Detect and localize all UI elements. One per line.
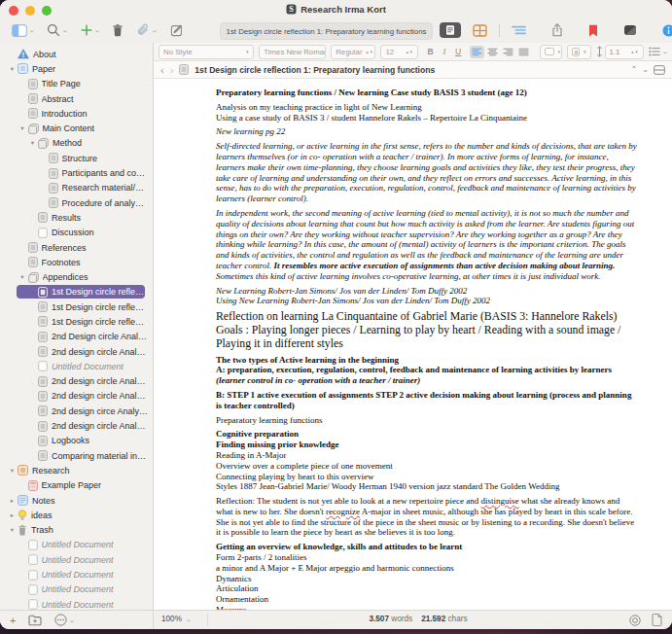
line-spacing-control[interactable]: 1.1▲▼: [596, 45, 644, 59]
sidebar-item[interactable]: 1st Design circle refle…: [0, 314, 153, 329]
disclosure-down-icon[interactable]: ▾: [7, 526, 18, 534]
outliner-button[interactable]: [512, 24, 526, 36]
sidebar-item[interactable]: Untitled Document: [0, 597, 153, 611]
sidebar-item[interactable]: Abstract: [0, 91, 153, 106]
disclosure-down-icon[interactable]: ▾: [7, 467, 18, 475]
sidebar-item[interactable]: Research material/…: [0, 181, 153, 195]
doc-icon: [49, 183, 58, 194]
text-color-select[interactable]: ▼: [540, 45, 562, 59]
sidebar-item[interactable]: ▾Method: [0, 136, 153, 151]
document-path-pill[interactable]: 1st Design circle reflection 1: Preparat…: [220, 22, 433, 40]
align-justify-button[interactable]: [516, 46, 531, 58]
sidebar-item[interactable]: Untitled Document: [0, 567, 153, 581]
sidebar-item[interactable]: Procedure of analy…: [0, 195, 153, 210]
next-document-button[interactable]: ⌄: [642, 65, 649, 74]
list-button[interactable]: ⌄: [649, 47, 667, 56]
sidebar-item[interactable]: Title Page: [0, 77, 153, 91]
sidebar-item[interactable]: References: [0, 240, 153, 255]
quick-reference-button[interactable]: [623, 24, 637, 36]
sidebar-item[interactable]: ▸Notes: [0, 493, 153, 508]
disclosure-down-icon[interactable]: ▾: [27, 139, 38, 147]
sidebar-item[interactable]: Footnotes: [0, 255, 153, 269]
alignment-group: [470, 46, 531, 58]
sidebar-item[interactable]: Participants and co…: [0, 165, 153, 180]
share-button[interactable]: [551, 23, 563, 37]
more-options-button[interactable]: ⌄: [54, 614, 74, 626]
back-button[interactable]: ‹: [160, 65, 164, 75]
text-run: Cognitive preparation: [216, 429, 299, 439]
disclosure-right-icon[interactable]: ▸: [7, 511, 18, 519]
sidebar-item[interactable]: 2nd design circe Analy…: [0, 404, 153, 418]
align-center-button[interactable]: [485, 46, 500, 58]
sidebar-item[interactable]: Logbooks: [0, 434, 153, 448]
search-button[interactable]: ⌄: [47, 23, 67, 37]
font-variant-select[interactable]: Regular▲▼: [331, 45, 375, 59]
sidebar-item[interactable]: 2nd Design circle Anal…: [0, 330, 153, 344]
disclosure-right-icon[interactable]: ▸: [7, 497, 18, 505]
sidebar-item-label: Notes: [32, 496, 55, 506]
editor-text-area[interactable]: Preparatory learning functions / New lea…: [154, 79, 672, 611]
corkboard-button[interactable]: [473, 24, 487, 37]
page-view-icon[interactable]: [652, 614, 662, 626]
sidebar-item[interactable]: Discussion: [0, 226, 153, 240]
sidebar-item[interactable]: 2nd design circle Anal…: [0, 389, 153, 404]
sidebar-item[interactable]: ▾Research: [0, 463, 153, 477]
sidebar-item[interactable]: ▾Appendices: [0, 269, 153, 284]
sidebar-item[interactable]: ▸ideas: [0, 508, 153, 522]
sidebar-item[interactable]: Structure: [0, 151, 153, 165]
underline-button[interactable]: U: [454, 47, 463, 56]
sidebar-item[interactable]: 2nd design circle Anal…: [0, 344, 153, 359]
sidebar-item-label: Footnotes: [42, 258, 81, 267]
disclosure-down-icon[interactable]: ▾: [18, 124, 28, 132]
sidebar-item[interactable]: ▾Trash: [0, 523, 153, 538]
disclosure-down-icon[interactable]: ▾: [7, 65, 18, 73]
disclosure-down-icon[interactable]: ▾: [18, 273, 28, 281]
trash-button[interactable]: [112, 23, 124, 37]
highlight-select[interactable]: a▼: [567, 45, 590, 59]
text-run: Dynamics: [216, 574, 252, 583]
sidebar-item[interactable]: Untitled Document: [0, 582, 153, 597]
align-left-button[interactable]: [470, 46, 484, 58]
sidebar-item[interactable]: Untitled Document: [0, 359, 153, 373]
view-document-button[interactable]: [440, 22, 461, 38]
add-document-button[interactable]: +: [10, 616, 16, 625]
sidebar-item[interactable]: ▾Main Content: [0, 121, 153, 135]
sidebar-item[interactable]: Untitled Document: [0, 538, 153, 552]
sidebar-item[interactable]: 1st Design circle refle…: [0, 299, 153, 314]
forward-button[interactable]: ›: [170, 65, 174, 75]
add-folder-icon[interactable]: [28, 615, 42, 626]
writing-target-icon[interactable]: [629, 615, 641, 626]
sidebar-item[interactable]: Comparing material in…: [0, 448, 153, 463]
sidebar-item[interactable]: Example Paper: [0, 478, 153, 493]
sidebar-item[interactable]: ▾Paper: [0, 61, 153, 76]
text-run: The two types of Active learning in the …: [216, 355, 399, 365]
align-right-button[interactable]: [501, 46, 515, 58]
chevron-down-icon: ▼: [245, 51, 249, 53]
previous-document-button[interactable]: ⌃: [631, 65, 638, 74]
bookmark-button[interactable]: [588, 24, 598, 37]
font-select[interactable]: Times New Roman▲▼: [259, 45, 326, 59]
svg-text:S: S: [289, 5, 294, 14]
sidebar-item[interactable]: 2nd design circle Anal…: [0, 374, 153, 389]
sidebar-item[interactable]: 2nd design circle Anal…: [0, 418, 153, 433]
add-button[interactable]: ⌄: [81, 24, 99, 36]
bold-button[interactable]: B: [426, 47, 435, 56]
share-icon: [551, 23, 563, 37]
sidebar-item[interactable]: Introduction: [0, 106, 153, 121]
attach-button[interactable]: ⌄: [136, 23, 157, 37]
italic-button[interactable]: I: [440, 47, 448, 56]
sidebar-item[interactable]: Results: [0, 210, 153, 225]
sidebar-item[interactable]: Untitled Document: [0, 552, 153, 567]
sidebar-toggle-button[interactable]: ⌄: [12, 24, 34, 37]
sidebar-item[interactable]: 1st Design circle refle…: [0, 285, 153, 299]
sidebar-item[interactable]: About: [0, 47, 153, 61]
stack-icon: [38, 138, 49, 149]
style-select[interactable]: No Style▼: [159, 45, 254, 59]
sidebar-item-label: References: [42, 243, 87, 253]
split-editor-icon[interactable]: [654, 65, 665, 75]
zoom-control[interactable]: 100%⌄: [161, 615, 191, 623]
text-run: Styles 1887 Jean-Gabriel Marie/ Woody He…: [216, 481, 559, 491]
inspector-button[interactable]: [662, 24, 672, 37]
font-size-stepper[interactable]: 12▲▼: [380, 45, 418, 59]
compose-button[interactable]: [170, 23, 184, 37]
